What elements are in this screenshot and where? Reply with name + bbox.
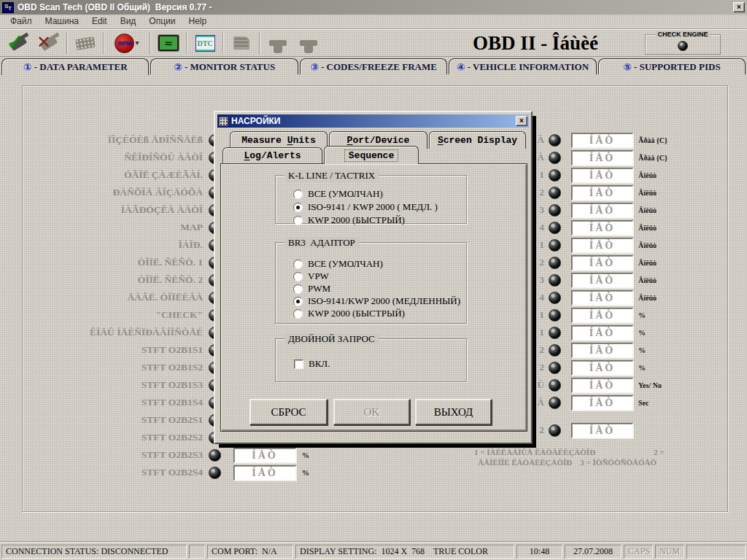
param-label: STFT O2B1S1	[26, 344, 203, 356]
radio-dot	[296, 300, 300, 303]
param-value-box: ÍÅÒ	[571, 185, 633, 201]
param-value-box: ÍÅÒ	[571, 290, 633, 306]
radio-option[interactable]: PWM	[293, 283, 330, 295]
param-unit: Âîëüò	[638, 224, 657, 232]
group-title: ДВОЙНОЙ ЗАПРОС	[285, 333, 379, 345]
param-unit: Âîëüò	[638, 241, 657, 249]
radio-option[interactable]: KWP 2000 (БЫСТРЫЙ)	[293, 214, 405, 226]
param-value-box: ÍÅÒ	[571, 273, 633, 288]
dual-request-group: ДВОЙНОЙ ЗАПРОС ВКЛ.	[275, 338, 467, 382]
param-led	[549, 362, 561, 374]
param-label: ÄÀÂË. ÒÎÏËÈÂÀ	[26, 292, 203, 303]
radio-option[interactable]: VPW	[293, 271, 329, 282]
param-unit: %	[638, 346, 646, 354]
param-led	[549, 309, 561, 322]
dialog-tab-label: Measure Units	[241, 135, 315, 146]
param-led	[549, 379, 561, 392]
param-value-box: ÍÅÒ	[571, 133, 633, 148]
param-unit: Âîëüò	[638, 259, 657, 267]
param-label: ÊÎÄÛ ÍÅÈÑÏÐÀÂÍÎÑÒÅÉ	[26, 327, 203, 338]
param-label: STFT O2B1S4	[26, 397, 203, 408]
param-value-box: ÍÅÒ	[571, 150, 633, 166]
param-unit: Ãðàä {C}	[638, 136, 667, 144]
dialog-tab-label: Port/Device	[347, 135, 410, 146]
param-led	[549, 187, 561, 199]
param-value-box: ÍÅÒ	[233, 465, 296, 481]
param-led	[549, 397, 561, 409]
status-date: 27.07.2008	[565, 545, 622, 559]
dialog-tab-label: Screen Display	[438, 135, 517, 146]
param-led	[549, 327, 561, 339]
param-label: ÑÊÎÐÎÑÒÜ ÀÂÒÎ	[26, 152, 203, 163]
radio-label: ISO-9141 / KWP 2000 ( МЕДЛ. )	[308, 201, 438, 213]
radio-icon	[293, 309, 303, 319]
dialog-tab-label: Log/Alerts	[244, 150, 301, 161]
option-group-0: K-L LINE / TACTRIXВСЕ (УМОЛЧАН)ISO-9141 …	[275, 175, 467, 224]
param-label: STFT O2B2S1	[26, 414, 203, 426]
param-unit: %	[638, 311, 646, 319]
radio-label: PWM	[308, 283, 330, 295]
param-unit: %	[638, 329, 646, 337]
param-value-box: ÍÅÒ	[571, 360, 633, 376]
radio-option[interactable]: ВСЕ (УМОЛЧАН)	[293, 258, 383, 270]
footnote-line1-right: 2 =	[654, 448, 665, 457]
group-title: K-L LINE / TACTRIX	[285, 170, 379, 182]
status-com-port: COM PORT: N/A	[207, 545, 293, 559]
param-value-box: ÍÅÒ	[233, 448, 296, 463]
radio-option[interactable]: KWP 2000 (БЫСТРЫЙ)	[293, 308, 405, 319]
param-value-box: ÍÅÒ	[571, 203, 633, 218]
param-value-box: ÍÅÒ	[571, 220, 633, 236]
radio-option[interactable]: ISO-9141 / KWP 2000 ( МЕДЛ. )	[293, 201, 438, 213]
param-value-box: ÍÅÒ	[571, 395, 633, 411]
param-label: STFT O2B1S2	[26, 362, 203, 373]
checkbox-icon	[294, 359, 303, 369]
param-led	[209, 467, 221, 479]
param-unit: %	[302, 451, 309, 459]
radio-option[interactable]: ВСЕ (УМОЛЧАН)	[293, 188, 383, 200]
dialog-tab-label: Sequence	[344, 149, 398, 162]
reset-button[interactable]: СБРОС	[249, 399, 328, 425]
param-label: "CHECK"	[26, 309, 203, 321]
param-label: ÓÃÎË ÇÀÆÈÃÀÍ.	[26, 169, 203, 181]
radio-icon	[293, 260, 303, 269]
param-unit: %	[638, 364, 646, 372]
dialog-tab-1-0[interactable]: Measure Units	[230, 131, 328, 149]
param-label: ÏÎÇÈÖÈß ÄÐÎÑÑÅËß	[26, 134, 203, 146]
param-value-box: ÍÅÒ	[571, 168, 633, 183]
param-led	[549, 257, 561, 269]
radio-icon	[293, 190, 303, 199]
ok-button[interactable]: OK	[333, 399, 410, 425]
param-led	[549, 169, 561, 182]
radio-label: KWP 2000 (БЫСТРЫЙ)	[308, 308, 405, 319]
param-led	[549, 239, 561, 252]
param-led	[209, 449, 221, 462]
exit-button[interactable]: ВЫХОД	[415, 399, 492, 425]
option-group-1: BR3 АДАПТОРВСЕ (УМОЛЧАН)VPWPWMISO-9141/K…	[275, 242, 467, 324]
param-label: ÐÀÑÕÎÄ ÂÎÇÄÓÕÀ	[26, 187, 203, 198]
dialog-titlebar[interactable]: НАСРОЙКИ ×	[217, 114, 529, 128]
param-value-box: ÍÅÒ	[571, 255, 633, 271]
radio-label: ВСЕ (УМОЛЧАН)	[308, 258, 383, 270]
radio-icon	[293, 216, 303, 225]
app-window: S T OBD Scan Tech (OBD II Общий) Версия …	[0, 0, 747, 560]
status-time: 10:48	[516, 545, 562, 559]
dialog-tab-2-0[interactable]: Log/Alerts	[222, 147, 322, 163]
footnote-line2: ÄÂÎÉÍÎÉ ÊÀÒÀËÈÇÀÒÎÐ 3 = ÎÒÑÓÒÑÒÂÓÅÒ	[478, 458, 657, 467]
dialog-close-button[interactable]: ×	[516, 116, 527, 126]
param-label: STFT O2B2S3	[26, 449, 203, 461]
param-led	[549, 152, 561, 164]
radio-option[interactable]: ISO-9141/KWP 2000 (МЕДЛЕННЫЙ)	[293, 295, 460, 307]
param-led	[549, 292, 561, 304]
dialog-tab-2-1[interactable]: Sequence	[324, 146, 419, 164]
param-unit: Ãðàä {C}	[638, 154, 667, 162]
dialog-tab-1-2[interactable]: Screen Display	[429, 131, 526, 149]
radio-icon	[293, 203, 303, 212]
status-led-cell	[189, 545, 205, 559]
param-unit: Sec	[638, 399, 649, 407]
param-value-box: ÍÅÒ	[571, 423, 633, 438]
param-unit: Âîëüò	[638, 276, 657, 284]
status-display-setting: DISPLAY SETTING: 1024 X 768 TRUE COLOR	[295, 545, 514, 559]
param-label: STFT O2B2S2	[26, 432, 203, 443]
param-label: ÒÎÏË. ÑÈÑÒ. 2	[26, 274, 203, 286]
enable-checkbox-option[interactable]: ВКЛ.	[294, 358, 330, 370]
